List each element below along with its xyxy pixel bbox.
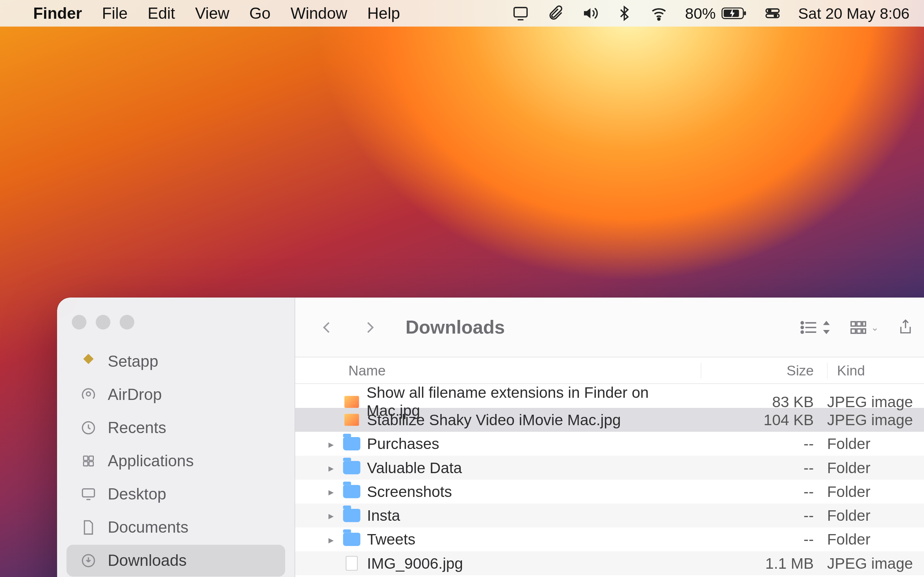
nav-back-button[interactable]	[315, 315, 339, 339]
svg-rect-25	[857, 321, 861, 326]
file-name: Purchases	[367, 435, 439, 453]
sidebar-item-label: Desktop	[108, 485, 166, 504]
disclosure-triangle-icon[interactable]: ▸	[326, 437, 336, 450]
finder-toolbar: Downloads ⌄ ⌄	[295, 298, 924, 357]
sidebar-item-recents[interactable]: Recents	[66, 412, 285, 443]
doc-icon	[78, 517, 98, 537]
svg-rect-15	[89, 462, 94, 466]
menu-view[interactable]: View	[195, 4, 229, 23]
bluetooth-icon[interactable]	[616, 5, 633, 22]
file-size: 1.1 MB	[701, 554, 827, 572]
file-size: --	[701, 507, 827, 525]
sidebar-item-applications[interactable]: Applications	[66, 445, 285, 477]
disclosure-triangle-icon[interactable]: ▸	[326, 533, 336, 546]
col-size[interactable]: Size	[701, 363, 827, 378]
control-center-icon[interactable]	[764, 5, 781, 22]
svg-rect-29	[863, 329, 866, 333]
svg-point-20	[801, 326, 803, 328]
svg-rect-9	[83, 354, 94, 364]
file-kind: Folder	[827, 435, 924, 453]
desktop-icon	[78, 484, 98, 504]
sidebar-item-label: Setapp	[108, 352, 158, 371]
nav-forward-button[interactable]	[358, 315, 381, 339]
file-row[interactable]: Show all filename extensions in Finder o…	[295, 384, 924, 408]
finder-title: Downloads	[406, 317, 505, 338]
svg-rect-12	[83, 456, 88, 461]
menubar-app[interactable]: Finder	[33, 4, 82, 23]
menu-help[interactable]: Help	[367, 4, 400, 23]
file-size: --	[701, 482, 827, 501]
battery-status[interactable]: 80%	[685, 4, 746, 23]
file-size: --	[701, 459, 827, 477]
svg-rect-26	[863, 321, 866, 326]
view-list-icon[interactable]	[799, 319, 831, 335]
file-row[interactable]: IMG_9006.jpg1.1 MBJPEG image11/12	[295, 551, 924, 575]
file-row[interactable]: Stabilize Shaky Video iMovie Mac.jpg104 …	[295, 408, 924, 432]
airdrop-icon	[78, 385, 98, 405]
file-kind: Folder	[827, 482, 924, 501]
file-row[interactable]: IMG_8511.jpg748 KBJPEG image11/12	[295, 575, 924, 577]
file-list-header[interactable]: Name Size Kind Date A	[295, 357, 924, 384]
svg-point-22	[801, 331, 803, 333]
sidebar-item-label: Documents	[108, 518, 188, 537]
sidebar-item-airdrop[interactable]: AirDrop	[66, 379, 285, 410]
svg-rect-28	[857, 329, 861, 333]
file-row[interactable]: ▸Insta--Folder10/01	[295, 503, 924, 527]
sidebar-item-documents[interactable]: Documents	[66, 511, 285, 543]
screen-mirroring-icon[interactable]	[512, 5, 530, 22]
file-kind: Folder	[827, 530, 924, 548]
file-row[interactable]: ▸Screenshots--Folder14/01	[295, 480, 924, 503]
file-name: Screenshots	[367, 482, 452, 501]
menu-window[interactable]: Window	[291, 4, 347, 23]
file-name: IMG_9006.jpg	[367, 554, 463, 572]
wifi-icon[interactable]	[650, 5, 668, 22]
sidebar-item-setapp[interactable]: Setapp	[66, 345, 285, 377]
window-controls	[57, 307, 294, 344]
close-button[interactable]	[72, 315, 87, 330]
col-name[interactable]: Name	[348, 363, 701, 378]
sidebar-item-downloads[interactable]: Downloads	[66, 545, 285, 576]
file-name: Stabilize Shaky Video iMovie Mac.jpg	[367, 411, 621, 429]
menubar: Finder File Edit View Go Window Help 80%…	[0, 0, 924, 27]
sidebar-item-label: Applications	[108, 452, 194, 471]
svg-rect-13	[89, 456, 94, 461]
clock-icon	[78, 418, 98, 438]
zoom-button[interactable]	[120, 315, 135, 330]
volume-icon[interactable]	[582, 5, 599, 22]
file-kind: JPEG image	[827, 554, 924, 572]
file-row[interactable]: ▸Purchases--Folder18/05	[295, 432, 924, 456]
disclosure-triangle-icon[interactable]: ▸	[326, 509, 336, 522]
svg-point-7	[768, 10, 770, 12]
svg-rect-24	[851, 321, 855, 326]
file-list: Name Size Kind Date A Show all filename …	[295, 357, 924, 577]
file-kind: JPEG image	[827, 393, 924, 411]
disclosure-triangle-icon[interactable]: ▸	[326, 485, 336, 498]
file-size: 104 KB	[701, 411, 827, 429]
file-name: Insta	[367, 507, 400, 525]
svg-point-18	[801, 321, 803, 324]
view-grid-icon[interactable]: ⌄	[850, 319, 879, 335]
svg-rect-0	[514, 8, 527, 17]
share-icon[interactable]	[898, 318, 914, 336]
file-kind: Folder	[827, 459, 924, 477]
svg-point-1	[658, 18, 660, 20]
svg-rect-16	[82, 489, 94, 497]
file-size: --	[701, 435, 827, 453]
menu-edit[interactable]: Edit	[148, 4, 175, 23]
file-name: Valuable Data	[367, 459, 462, 477]
sidebar-item-label: AirDrop	[108, 385, 162, 404]
attachment-icon[interactable]	[547, 5, 564, 22]
menubar-clock[interactable]: Sat 20 May 8:06	[798, 4, 909, 23]
menu-go[interactable]: Go	[249, 4, 271, 23]
col-kind[interactable]: Kind	[827, 363, 924, 378]
disclosure-triangle-icon[interactable]: ▸	[326, 461, 336, 474]
file-kind: Folder	[827, 507, 924, 525]
finder-sidebar: SetappAirDropRecentsApplicationsDesktopD…	[57, 298, 295, 577]
file-row[interactable]: ▸Valuable Data--Folder22/01	[295, 456, 924, 480]
file-row[interactable]: ▸Tweets--Folder10/01	[295, 528, 924, 551]
sidebar-item-desktop[interactable]: Desktop	[66, 478, 285, 510]
menu-file[interactable]: File	[102, 4, 128, 23]
minimize-button[interactable]	[96, 315, 110, 330]
apps-icon	[78, 451, 98, 471]
svg-point-10	[86, 392, 90, 396]
